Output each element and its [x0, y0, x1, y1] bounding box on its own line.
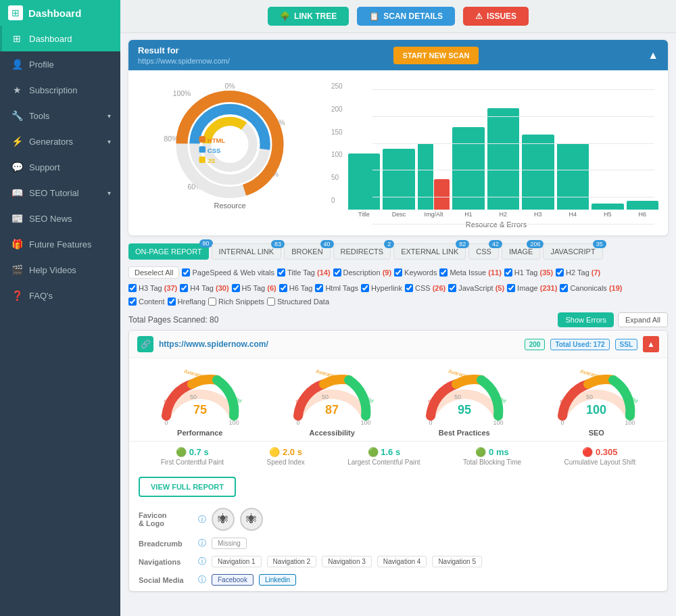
deselect-all-button[interactable]: Deselect All	[128, 266, 179, 279]
fcp-icon: 🟢	[176, 447, 187, 457]
tab-internal-link[interactable]: INTERNAL LINK 83	[212, 243, 282, 260]
social-media-help-icon[interactable]: ⓘ	[198, 574, 206, 586]
gauge-accessibility: 87 0 100 Poor Avarage Good 50 Accessibil…	[288, 365, 376, 437]
filter-javascript[interactable]: JavaScript (5)	[448, 284, 504, 292]
sidebar-item-seo-news[interactable]: 📰 SEO News	[0, 206, 120, 231]
filter-keywords[interactable]: Keywords	[394, 268, 437, 277]
nav-tag-2: Navigation 2	[267, 556, 317, 567]
filter-html-tags[interactable]: Html Tags	[315, 284, 358, 292]
svg-text:0%: 0%	[224, 82, 235, 90]
sidebar-item-generators[interactable]: ⚡ Generators ▾	[0, 128, 120, 154]
logo-icon	[8, 5, 23, 20]
scan-actions: Show Errors Expand All	[558, 312, 668, 327]
sidebar-item-seo-tutorial[interactable]: 📖 SEO Tutorial ▾	[0, 180, 120, 206]
filter-image[interactable]: Image (231)	[507, 284, 557, 292]
donut-chart-container: 0% 20% 40% 60% 80% 100%	[135, 77, 324, 229]
filter-content[interactable]: Content	[128, 298, 165, 306]
issues-button[interactable]: ⚠ ISSUES	[463, 7, 529, 26]
seo-tutorial-icon: 📖	[11, 187, 22, 198]
sidebar-item-label: Profile	[29, 60, 54, 70]
navigations-help-icon[interactable]: ⓘ	[198, 556, 206, 567]
metric-tbt: 🟢 0 ms Total Blocking Time	[463, 447, 521, 466]
social-media-label: Social Media	[139, 576, 193, 584]
view-full-report-button[interactable]: VIEW FULL REPORT	[139, 477, 236, 497]
filter-h4-tag[interactable]: H4 Tag (30)	[180, 284, 228, 292]
start-new-scan-button[interactable]: START NEW SCAN	[393, 47, 479, 64]
sidebar-item-profile[interactable]: 👤 Profile	[0, 51, 120, 77]
cls-icon: 🔴	[582, 447, 593, 457]
tab-css-label: CSS	[476, 247, 491, 256]
filter-h2-tag[interactable]: H2 Tag (7)	[556, 268, 600, 277]
svg-text:100: 100	[625, 419, 635, 426]
url-link-icon: 🔗	[137, 336, 153, 352]
sidebar-item-label: Support	[29, 162, 60, 172]
svg-text:0: 0	[561, 419, 564, 426]
filter-h3-tag[interactable]: H3 Tag (37)	[128, 284, 177, 292]
tab-image[interactable]: IMAGE 206	[502, 243, 540, 260]
filter-description[interactable]: Description (9)	[333, 268, 392, 277]
filter-rich-snippets[interactable]: Rich Snippets	[208, 298, 264, 306]
svg-text:Avarage: Avarage	[315, 368, 337, 379]
bar-h5-teal	[592, 204, 623, 210]
filter-structured-data[interactable]: Structured Data	[267, 298, 329, 306]
link-tree-button[interactable]: 🌳 LINK TREE	[268, 7, 349, 26]
filter-row-2: H3 Tag (37) H4 Tag (30) H5 Tag (6) H6 Ta…	[128, 284, 668, 292]
svg-text:JS: JS	[208, 157, 216, 164]
filter-css[interactable]: CSS (26)	[405, 284, 445, 292]
filter-title-tag[interactable]: Title Tag (14)	[277, 268, 331, 277]
performance-gauge-chart: 75 0 100 Poor Avarage Good 50	[156, 365, 244, 426]
svg-text:Avarage: Avarage	[579, 368, 601, 379]
sidebar-item-subscription[interactable]: ★ Subscription	[0, 77, 120, 103]
tab-on-page-report[interactable]: ON-PAGE REPORT 80	[128, 243, 209, 260]
filter-hyperlink[interactable]: Hyperlink	[361, 284, 402, 292]
tab-broken[interactable]: BROKEN 40	[284, 243, 330, 260]
sidebar-item-future-features[interactable]: 🎁 Future Features	[0, 231, 120, 257]
sidebar-item-faqs[interactable]: ❓ FAQ's	[0, 283, 120, 308]
sidebar-item-label: Tools	[29, 111, 49, 121]
svg-text:50: 50	[190, 394, 197, 400]
navigations-label: Navigations	[139, 558, 193, 566]
filter-canonicals[interactable]: Canonicals (19)	[560, 284, 622, 292]
bar-title-teal	[348, 153, 380, 210]
filter-h1-tag[interactable]: H1 Tag (35)	[504, 268, 553, 277]
sidebar-item-help-videos[interactable]: 🎬 Help Videos	[0, 257, 120, 283]
bar-h2-teal	[487, 108, 519, 210]
tab-css[interactable]: CSS 42	[468, 243, 499, 260]
filter-hreflang[interactable]: Hreflang	[168, 298, 206, 306]
dashboard-icon: ⊞	[11, 33, 22, 44]
svg-text:100: 100	[493, 419, 503, 426]
filter-h6-tag[interactable]: H6 Tag	[279, 284, 313, 292]
collapse-card-button[interactable]: ▲	[643, 336, 659, 352]
breadcrumb-help-icon[interactable]: ⓘ	[198, 538, 206, 549]
svg-text:50: 50	[322, 394, 329, 400]
filter-pagespeed[interactable]: PageSpeed & Web vitals	[182, 268, 274, 277]
collapse-icon[interactable]: ▲	[648, 49, 658, 62]
expand-all-button[interactable]: Expand All	[618, 312, 668, 327]
tab-internal-link-badge: 83	[271, 240, 285, 248]
sidebar-item-label: Dashboard	[29, 34, 72, 44]
link-tree-label: LINK TREE	[294, 11, 337, 21]
tab-external-link[interactable]: EXTERNAL LINK 82	[393, 243, 466, 260]
url-card-url[interactable]: https://www.spidernow.com/	[159, 339, 519, 349]
sidebar-item-label: Help Videos	[29, 265, 76, 275]
tab-redirects[interactable]: REDIRECTS 2	[333, 243, 391, 260]
favicon-icon-1: 🕷	[212, 508, 235, 531]
metric-cls: 🔴 0.305 Cumulative Layout Shift	[564, 447, 636, 466]
chevron-down-icon: ▾	[107, 189, 111, 197]
sidebar-item-tools[interactable]: 🔧 Tools ▾	[0, 103, 120, 128]
tab-javascript[interactable]: JAVASCRIPT 35	[543, 243, 602, 260]
scan-details-button[interactable]: 📋 SCAN DETAILS	[357, 7, 455, 26]
sidebar: Dashboard ⊞ Dashboard 👤 Profile ★ Subscr…	[0, 0, 120, 616]
si-value: 🟡 2.0 s	[269, 447, 302, 457]
filter-meta-issue[interactable]: Meta Issue (11)	[439, 268, 501, 277]
sidebar-item-label: Subscription	[29, 85, 78, 95]
sidebar-item-dashboard[interactable]: ⊞ Dashboard	[0, 26, 120, 51]
tab-redirects-label: REDIRECTS	[341, 247, 384, 256]
subscription-icon: ★	[11, 85, 22, 95]
show-errors-button[interactable]: Show Errors	[558, 312, 614, 327]
favicon-help-icon[interactable]: ⓘ	[198, 514, 206, 525]
filter-h5-tag[interactable]: H5 Tag (6)	[232, 284, 276, 292]
sidebar-item-support[interactable]: 💬 Support	[0, 154, 120, 180]
tab-on-page-badge: 80	[199, 239, 213, 247]
result-url[interactable]: https://www.spidernow.com/	[138, 57, 230, 65]
